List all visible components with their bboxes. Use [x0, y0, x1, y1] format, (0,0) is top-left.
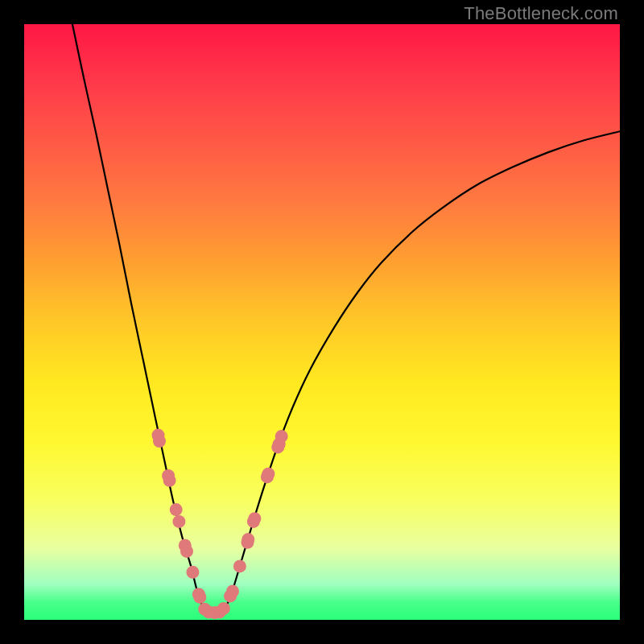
- curve-marker: [275, 430, 288, 443]
- curve-marker: [233, 559, 246, 572]
- curve-marker: [217, 602, 230, 615]
- bottleneck-curve: [72, 24, 620, 613]
- curve-marker: [180, 545, 193, 558]
- plot-area: [24, 24, 620, 620]
- marker-group: [152, 429, 288, 620]
- curve-marker: [163, 474, 176, 487]
- curve-marker: [242, 533, 254, 546]
- curve-layer: [24, 24, 620, 620]
- curve-marker: [172, 515, 185, 528]
- curve-marker: [153, 435, 166, 448]
- curve-marker: [226, 584, 239, 597]
- watermark-text: TheBottleneck.com: [464, 3, 618, 24]
- curve-marker: [170, 503, 183, 516]
- curve-marker: [193, 591, 206, 604]
- curve-marker: [186, 566, 199, 579]
- curve-marker: [248, 512, 261, 525]
- curve-marker: [262, 468, 275, 481]
